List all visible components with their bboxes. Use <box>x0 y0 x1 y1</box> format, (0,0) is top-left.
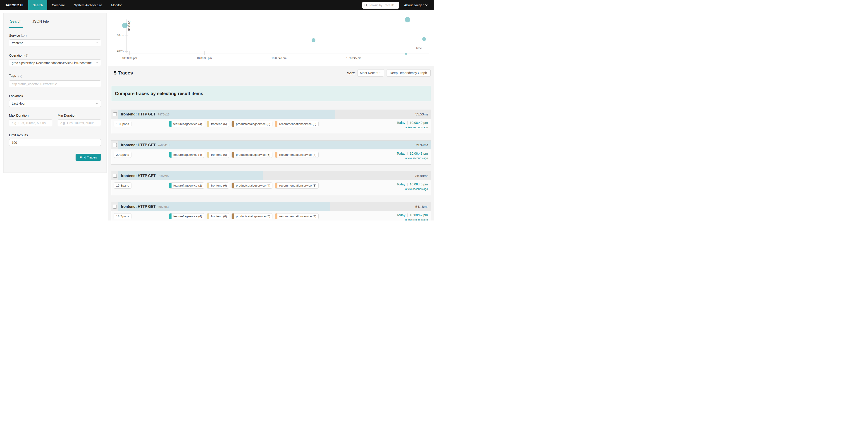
service-chip: productcatalogservice (4) <box>231 182 273 188</box>
nav-spacer <box>126 0 362 10</box>
trace-relative-time: a few seconds ago <box>397 187 428 190</box>
service-chip: featureflagservice (4) <box>169 121 204 127</box>
trace-card-header[interactable]: frontend: HTTP GET 01d7f9b 36.98ms <box>111 171 431 180</box>
service-select-value: frontend <box>12 41 96 45</box>
scatter-point[interactable] <box>405 53 407 55</box>
chevron-down-icon <box>96 62 98 64</box>
trace-card-header[interactable]: frontend: HTTP GET ae8341d 79.94ms <box>111 141 431 149</box>
nav-item-compare[interactable]: Compare <box>47 0 69 10</box>
x-tick-mark <box>354 51 354 55</box>
max-duration-input[interactable] <box>12 121 50 125</box>
service-color-strip <box>169 152 172 157</box>
operation-label: Operation (8) <box>9 54 101 57</box>
trace-time-link[interactable]: 10:08:48 pm <box>409 152 428 155</box>
service-color-strip <box>275 121 277 127</box>
service-chip-label: recommendationservice (3) <box>277 184 318 187</box>
scatter-point[interactable] <box>405 17 410 22</box>
compare-traces-banner[interactable]: Compare traces by selecting result items <box>111 86 431 101</box>
sort-label: Sort: <box>347 71 355 75</box>
scatter-point[interactable] <box>312 38 315 42</box>
deep-dependency-graph-button[interactable]: Deep Dependency Graph <box>386 69 431 77</box>
help-icon[interactable]: ? <box>18 75 22 78</box>
scatter-point[interactable] <box>122 23 128 28</box>
top-nav: JAEGER UI Search Compare System Architec… <box>0 0 434 10</box>
trace-time-link[interactable]: 10:08:49 pm <box>409 121 428 124</box>
chevron-down-icon <box>379 72 381 74</box>
nav-item-monitor[interactable]: Monitor <box>106 0 126 10</box>
scatter-point[interactable] <box>422 37 426 41</box>
trace-date-link[interactable]: Today <box>397 182 405 186</box>
search-sidebar: Search JSON File Service (14) frontend O… <box>3 13 106 173</box>
trace-card-header[interactable]: frontend: HTTP GET f5e7783 54.18ms <box>111 202 431 211</box>
sort-select[interactable]: Most Recent <box>357 69 384 77</box>
trace-checkbox-strip <box>111 110 118 119</box>
service-color-strip <box>207 183 209 188</box>
trace-timestamp: Today 10:08:42 pm a few seconds ago <box>397 213 428 220</box>
service-chip: recommendationservice (3) <box>275 121 319 127</box>
service-color-strip <box>275 213 277 219</box>
x-tick-mark <box>204 51 205 55</box>
trace-compare-checkbox[interactable] <box>113 174 117 178</box>
trace-time-link[interactable]: 10:08:42 pm <box>409 213 428 217</box>
trace-card-body: 15 Spans featureflagservice (2) frontend… <box>111 180 431 195</box>
trace-compare-checkbox[interactable] <box>113 205 117 208</box>
nav-item-system-architecture[interactable]: System Architecture <box>69 0 107 10</box>
max-duration-input-wrap <box>9 119 52 126</box>
trace-result-card: frontend: HTTP GET f5e7783 54.18ms 18 Sp… <box>111 202 431 220</box>
operation-select[interactable]: grpc.hipstershop.RecommendationService/L… <box>9 59 101 66</box>
service-chip-label: frontend (6) <box>209 184 229 187</box>
service-chip: productcatalogservice (5) <box>231 213 273 219</box>
nav-item-search[interactable]: Search <box>28 0 47 10</box>
about-jaeger-menu[interactable]: About Jaeger <box>404 0 428 10</box>
find-traces-button[interactable]: Find Traces <box>75 154 101 161</box>
trace-card-header[interactable]: frontend: HTTP GET 7876e26 55.53ms <box>111 110 431 119</box>
tags-input[interactable] <box>12 82 98 86</box>
trace-service-operation: frontend: HTTP GET <box>121 205 155 209</box>
span-count-pill: 18 Spans <box>114 121 131 127</box>
service-chips: featureflagservice (4) frontend (6) prod… <box>169 213 319 219</box>
y-tick-label: 60ms <box>114 34 124 37</box>
app-logo[interactable]: JAEGER UI <box>0 0 28 10</box>
service-chip-label: frontend (6) <box>209 153 229 156</box>
service-color-strip <box>207 121 209 127</box>
service-color-strip <box>169 183 172 188</box>
tab-search[interactable]: Search <box>10 20 22 28</box>
trace-lookup-input[interactable]: Lookup by Trace ID... <box>362 2 399 9</box>
service-color-strip <box>207 213 209 219</box>
trace-time-link[interactable]: 10:08:48 pm <box>409 182 428 186</box>
tabs-divider <box>4 28 106 28</box>
sort-select-value: Most Recent <box>360 71 379 75</box>
service-chip: frontend (6) <box>207 182 229 188</box>
span-count-pill: 15 Spans <box>114 182 131 188</box>
compare-traces-banner-text: Compare traces by selecting result items <box>115 91 203 96</box>
service-select[interactable]: frontend <box>9 39 101 47</box>
lookback-select[interactable]: Last Hour <box>9 100 101 107</box>
trace-checkbox-strip <box>111 141 118 149</box>
service-chip: recommendationservice (4) <box>275 152 319 158</box>
tab-json-file[interactable]: JSON File <box>32 20 49 28</box>
span-count-pill: 20 Spans <box>114 152 131 158</box>
min-duration-input[interactable] <box>60 121 98 125</box>
y-tick-mark <box>125 51 128 52</box>
max-duration-label: Max Duration <box>9 114 52 117</box>
service-color-strip <box>232 213 234 219</box>
service-chip-label: productcatalogservice (6) <box>234 153 273 156</box>
service-chip-label: featureflagservice (4) <box>172 122 204 126</box>
trace-date-link[interactable]: Today <box>397 213 405 217</box>
trace-date-link[interactable]: Today <box>397 152 405 155</box>
trace-date-link[interactable]: Today <box>397 121 405 124</box>
trace-compare-checkbox[interactable] <box>113 112 117 116</box>
search-icon <box>364 4 368 7</box>
service-chip: frontend (6) <box>207 152 229 158</box>
x-tick-label: 10:08:30 pm <box>118 57 141 60</box>
service-color-strip <box>232 183 234 188</box>
limit-results-input[interactable] <box>12 141 98 144</box>
limit-results-label: Limit Results <box>9 133 101 137</box>
service-color-strip <box>232 121 234 127</box>
chevron-down-icon <box>425 4 428 6</box>
min-duration-input-wrap <box>58 119 101 126</box>
lookback-select-value: Last Hour <box>12 101 96 105</box>
trace-compare-checkbox[interactable] <box>113 143 117 147</box>
trace-duration-value: 79.94ms <box>415 141 428 149</box>
trace-result-card: frontend: HTTP GET 01d7f9b 36.98ms 15 Sp… <box>111 171 431 195</box>
